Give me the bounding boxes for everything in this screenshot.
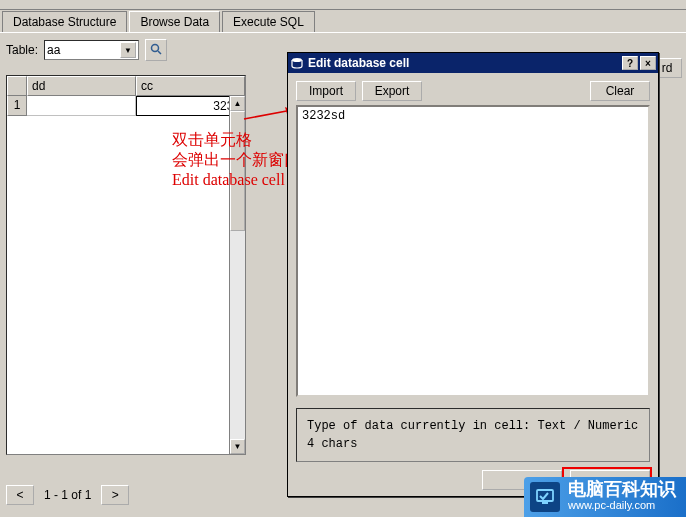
tab-label: Database Structure	[13, 15, 116, 29]
grid-vertical-scrollbar[interactable]: ▲ ▼	[229, 96, 245, 454]
svg-point-0	[152, 44, 159, 51]
edit-cell-dialog: Edit database cell ? × Import Export Cle…	[287, 52, 659, 497]
column-header[interactable]: cc	[136, 76, 245, 96]
tab-label: Execute SQL	[233, 15, 304, 29]
dialog-toolbar: Import Export Clear	[296, 81, 650, 101]
main-tabs: Database Structure Browse Data Execute S…	[0, 10, 686, 32]
table-row: 1 3232	[7, 96, 245, 116]
status-type: Type of data currently in cell: Text / N…	[307, 417, 639, 435]
chevron-down-icon[interactable]: ▼	[120, 42, 136, 58]
cell-value-textarea[interactable]: 3232sd	[296, 105, 650, 397]
import-button[interactable]: Import	[296, 81, 356, 101]
site-watermark: 电脑百科知识 www.pc-daily.com	[524, 477, 686, 517]
tab-execute-sql[interactable]: Execute SQL	[222, 11, 315, 32]
search-icon	[150, 43, 162, 58]
tab-label: Browse Data	[140, 15, 209, 29]
page-prev-button[interactable]: <	[6, 485, 34, 505]
grid-corner[interactable]	[7, 76, 27, 96]
export-button[interactable]: Export	[362, 81, 422, 101]
column-header[interactable]: dd	[27, 76, 136, 96]
main-toolbar	[0, 0, 686, 10]
scroll-thumb[interactable]	[230, 111, 245, 231]
watermark-url: www.pc-daily.com	[568, 497, 676, 513]
cell-status-box: Type of data currently in cell: Text / N…	[296, 408, 650, 462]
row-index[interactable]: 1	[7, 96, 27, 116]
monitor-icon	[530, 482, 560, 512]
clear-button[interactable]: Clear	[590, 81, 650, 101]
page-next-button[interactable]: >	[101, 485, 129, 505]
close-button[interactable]: ×	[640, 56, 656, 70]
watermark-title: 电脑百科知识	[568, 481, 676, 497]
tab-database-structure[interactable]: Database Structure	[2, 11, 127, 32]
svg-point-4	[292, 58, 302, 62]
grid-header: dd cc	[7, 76, 245, 96]
table-combo-value: aa	[47, 43, 120, 57]
svg-line-1	[158, 51, 161, 54]
scroll-up-button[interactable]: ▲	[230, 96, 245, 111]
table-combo[interactable]: aa ▼	[44, 40, 139, 60]
app-icon	[290, 56, 304, 70]
dialog-body: Import Export Clear 3232sd Type of data …	[288, 73, 658, 470]
svg-rect-6	[542, 502, 548, 504]
tab-browse-data[interactable]: Browse Data	[129, 11, 220, 32]
cell-dd[interactable]	[27, 96, 136, 116]
data-grid: dd cc 1 3232 ▲ ▼	[6, 75, 246, 455]
table-label: Table:	[6, 43, 38, 57]
pager: < 1 - 1 of 1 >	[6, 485, 129, 505]
dialog-titlebar[interactable]: Edit database cell ? ×	[288, 53, 658, 73]
refresh-button[interactable]	[145, 39, 167, 61]
status-length: 4 chars	[307, 435, 639, 453]
scroll-down-button[interactable]: ▼	[230, 439, 245, 454]
pager-text: 1 - 1 of 1	[38, 488, 97, 502]
help-button[interactable]: ?	[622, 56, 638, 70]
dialog-title: Edit database cell	[308, 56, 409, 70]
